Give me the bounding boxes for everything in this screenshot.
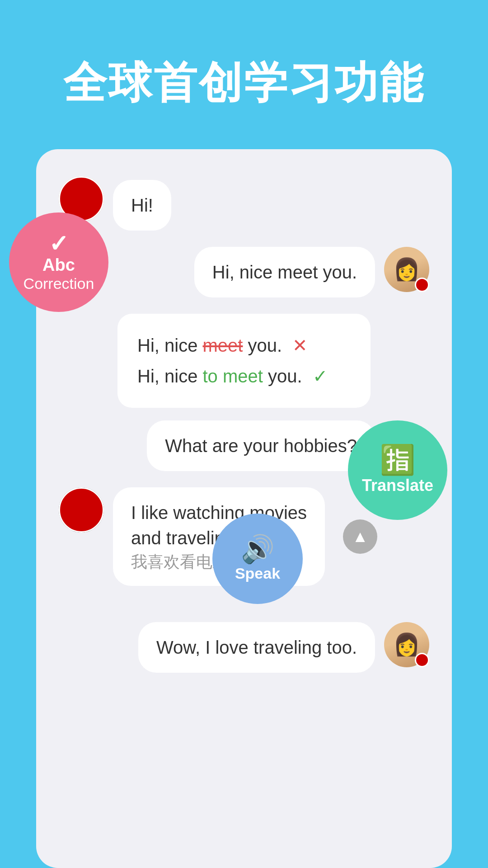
avatar-female: 👩 xyxy=(384,247,429,292)
flag-cn xyxy=(415,278,429,292)
message-bubble: Wow, I love traveling too. xyxy=(138,622,375,673)
message-with-translate: What are your hobbies? 🈯 Translate xyxy=(59,420,429,471)
header: 全球首创学习功能 xyxy=(0,0,488,149)
message-text: Hi! xyxy=(131,195,153,215)
message-bubble: What are your hobbies? xyxy=(147,420,375,471)
avatar-male2: 👤 xyxy=(59,487,104,533)
correct-word: to meet xyxy=(203,366,263,386)
speak-label: Speak xyxy=(235,565,280,582)
speak-badge[interactable]: 🔊 Speak xyxy=(212,514,303,604)
page-title: 全球首创学习功能 xyxy=(27,54,461,113)
chat-card: ✓ Abc Correction 👤 Hi! 👩 Hi, nice meet y… xyxy=(36,149,452,868)
correction-abc: Abc xyxy=(42,255,75,275)
message-row-wrapper: 👩 Wow, I love traveling too. xyxy=(59,622,429,673)
check-icon: ✓ xyxy=(313,366,328,386)
correction-card: Hi, nice meet you. ✕ Hi, nice to meet yo… xyxy=(117,314,371,408)
translate-label: Translate xyxy=(362,476,433,495)
message-bubble: Hi! xyxy=(113,180,171,231)
translate-icon: 🈯 xyxy=(380,445,416,474)
avatar-female: 👩 xyxy=(384,622,429,667)
message-row: 👤 Hi! xyxy=(59,176,429,231)
message-row: 👩 Hi, nice meet you. xyxy=(59,247,429,297)
arrow-up-icon: ▲ xyxy=(352,527,368,546)
correction-label: Correction xyxy=(23,275,94,292)
message-row: 👩 Wow, I love traveling too. xyxy=(59,622,429,673)
wrong-line: Hi, nice meet you. ✕ xyxy=(137,330,351,361)
correct-line: Hi, nice to meet you. ✓ xyxy=(137,361,351,392)
message-text: What are your hobbies? xyxy=(165,436,357,456)
message-bubble: Hi, nice meet you. xyxy=(194,247,375,297)
wrong-post: you. xyxy=(248,335,282,355)
wrong-word: meet xyxy=(203,335,243,355)
message-text: Hi, nice meet you. xyxy=(212,262,357,282)
wrong-pre: Hi, nice xyxy=(137,335,203,355)
message-text: Wow, I love traveling too. xyxy=(156,637,357,657)
cross-icon: ✕ xyxy=(292,335,308,355)
scroll-up-button[interactable]: ▲ xyxy=(343,519,377,554)
correction-checkmark: ✓ xyxy=(49,232,69,255)
correct-pre: Hi, nice xyxy=(137,366,203,386)
flag-us xyxy=(59,487,104,533)
speaker-icon: 🔊 xyxy=(241,536,275,563)
correct-post: you. xyxy=(268,366,302,386)
translate-badge[interactable]: 🈯 Translate xyxy=(348,420,447,520)
flag-cn xyxy=(415,653,429,667)
correction-badge[interactable]: ✓ Abc Correction xyxy=(9,212,108,312)
